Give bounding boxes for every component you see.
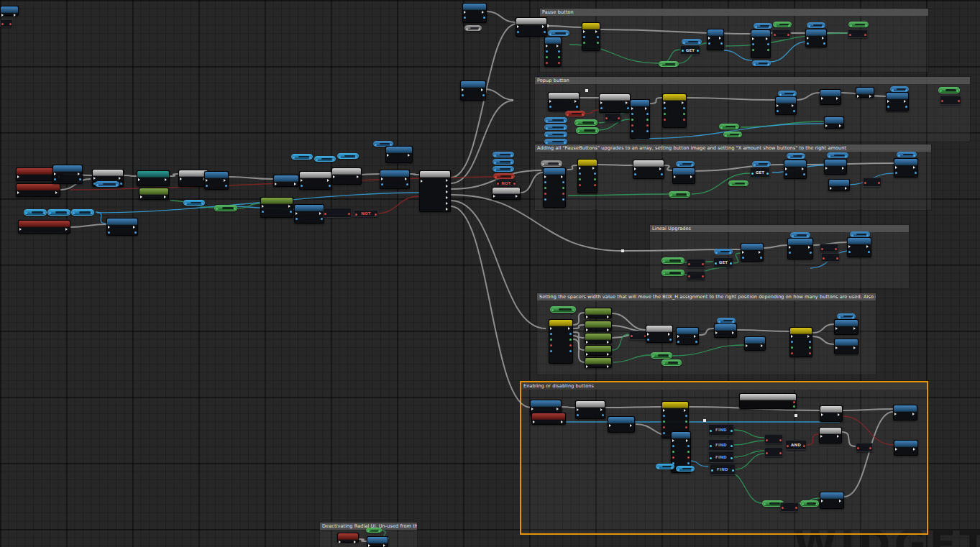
function-node[interactable] [894, 440, 918, 456]
exec-pin-icon[interactable] [663, 409, 667, 412]
exec-pin-icon[interactable] [546, 45, 549, 47]
variable-pill-node[interactable] [544, 132, 567, 137]
exec-pin-icon[interactable] [531, 408, 535, 410]
data-pin-icon[interactable] [9, 23, 12, 25]
node-header[interactable] [332, 168, 361, 175]
variable-pill-node[interactable] [71, 209, 94, 216]
node-header[interactable] [17, 184, 60, 190]
exec-pin-icon[interactable] [600, 408, 604, 411]
data-pin-icon[interactable] [788, 156, 790, 158]
exec-pin-icon[interactable] [791, 335, 794, 338]
data-pin-icon[interactable] [375, 144, 377, 146]
exec-pin-icon[interactable] [838, 413, 841, 416]
find-node[interactable]: FIND [708, 451, 734, 463]
data-pin-icon[interactable] [754, 63, 756, 65]
exec-pin-icon[interactable] [54, 173, 58, 175]
variable-pill-node[interactable] [717, 318, 736, 323]
data-pin-icon[interactable] [810, 252, 812, 254]
branch-node[interactable] [575, 400, 605, 419]
data-pin-icon[interactable] [710, 445, 712, 447]
exec-pin-icon[interactable] [674, 175, 677, 178]
exec-pin-icon[interactable] [853, 346, 857, 349]
exec-pin-icon[interactable] [672, 439, 676, 442]
data-pin-icon[interactable] [478, 28, 480, 30]
exec-pin-icon[interactable] [647, 333, 651, 336]
data-pin-icon[interactable] [631, 335, 633, 337]
exec-pin-icon[interactable] [482, 11, 485, 14]
data-pin-icon[interactable] [838, 316, 841, 318]
variable-pill-node[interactable] [890, 86, 909, 92]
data-pin-icon[interactable] [672, 456, 674, 459]
data-pin-icon[interactable] [751, 173, 754, 175]
data-pin-icon[interactable] [732, 469, 734, 472]
data-pin-icon[interactable] [892, 89, 894, 91]
variable-pill-node[interactable] [723, 132, 742, 137]
data-pin-icon[interactable] [789, 252, 791, 254]
exec-pin-icon[interactable] [14, 14, 17, 17]
data-pin-icon[interactable] [510, 169, 513, 171]
variable-pill-node[interactable] [464, 25, 482, 31]
data-pin-icon[interactable] [494, 162, 496, 164]
data-pin-icon[interactable] [579, 178, 581, 180]
data-pin-icon[interactable] [767, 164, 769, 166]
data-pin-icon[interactable] [544, 193, 546, 195]
variable-pill-node[interactable] [661, 359, 682, 366]
exec-pin-icon[interactable] [446, 185, 449, 188]
data-pin-icon[interactable] [850, 24, 852, 27]
exec-pin-icon[interactable] [542, 25, 546, 28]
data-pin-icon[interactable] [494, 169, 496, 171]
node-header[interactable] [820, 406, 842, 413]
exec-pin-icon[interactable] [586, 365, 590, 368]
data-pin-icon[interactable] [691, 164, 693, 166]
data-pin-icon[interactable] [605, 117, 608, 119]
data-pin-icon[interactable] [544, 181, 546, 183]
data-pin-icon[interactable] [715, 262, 717, 265]
variable-pill-node[interactable] [656, 464, 674, 469]
variable-pill-node[interactable] [366, 528, 382, 533]
node-header[interactable] [107, 219, 137, 225]
data-pin-icon[interactable] [828, 155, 830, 157]
exec-pin-icon[interactable] [224, 179, 227, 182]
data-pin-icon[interactable] [710, 430, 712, 432]
variable-pill-node[interactable] [837, 313, 856, 319]
data-pin-icon[interactable] [852, 316, 854, 318]
sequence-node[interactable] [419, 170, 451, 212]
node-header[interactable] [261, 198, 293, 204]
data-pin-icon[interactable] [558, 62, 560, 64]
exec-pin-icon[interactable] [387, 154, 390, 157]
exec-pin-icon[interactable] [19, 228, 23, 231]
function-node[interactable] [894, 158, 918, 178]
variable-pill-node[interactable] [214, 205, 237, 211]
data-pin-icon[interactable] [764, 503, 766, 505]
data-pin-icon[interactable] [483, 17, 485, 19]
data-pin-icon[interactable] [782, 507, 784, 509]
exec-pin-icon[interactable] [533, 420, 536, 423]
data-pin-icon[interactable] [702, 263, 704, 265]
exec-pin-icon[interactable] [887, 100, 891, 103]
data-pin-icon[interactable] [864, 34, 866, 36]
data-pin-icon[interactable] [646, 119, 649, 121]
data-pin-icon[interactable] [730, 183, 732, 185]
exec-pin-icon[interactable] [686, 439, 690, 442]
variable-pill-node[interactable] [544, 139, 567, 144]
data-pin-icon[interactable] [865, 24, 867, 27]
find-node[interactable]: FIND [708, 424, 734, 436]
data-pin-icon[interactable] [618, 117, 620, 119]
exec-pin-icon[interactable] [808, 246, 812, 249]
variable-pill-node[interactable] [787, 153, 805, 159]
data-pin-icon[interactable] [913, 155, 915, 157]
green-function-node[interactable] [585, 345, 612, 356]
data-pin-icon[interactable] [708, 42, 710, 45]
function-node[interactable] [460, 81, 486, 101]
data-pin-icon[interactable] [663, 415, 665, 417]
data-pin-icon[interactable] [774, 34, 776, 36]
data-pin-icon[interactable] [731, 445, 733, 447]
event-node[interactable] [16, 183, 60, 197]
node-header[interactable] [585, 308, 611, 315]
variable-pill-node[interactable] [548, 30, 569, 36]
data-pin-icon[interactable] [683, 119, 685, 121]
variable-pill-node[interactable] [95, 181, 119, 187]
exec-pin-icon[interactable] [180, 178, 183, 180]
variable-pill-node[interactable] [183, 200, 205, 206]
exec-pin-icon[interactable] [446, 190, 449, 193]
